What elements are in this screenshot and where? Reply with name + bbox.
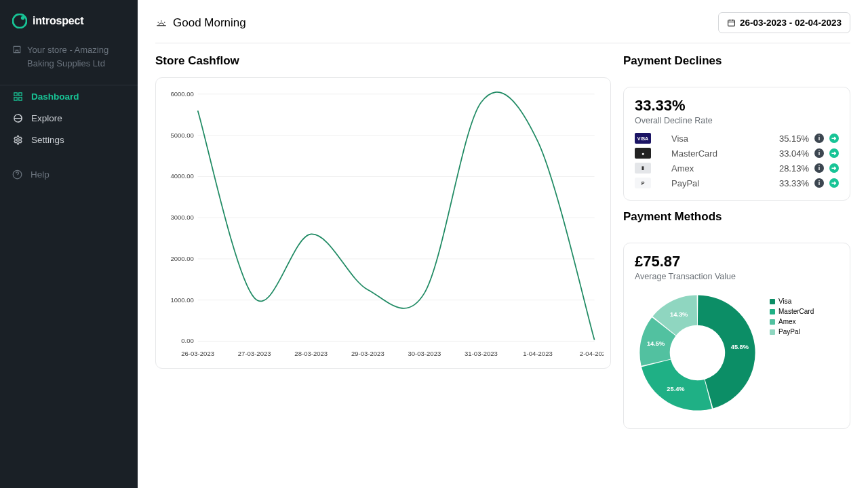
arrow-right-icon[interactable]: ➜ — [829, 163, 839, 173]
overall-decline-label: Overall Decline Rate — [635, 116, 839, 125]
settings-icon — [12, 134, 23, 145]
svg-text:2-04-2023: 2-04-2023 — [580, 350, 604, 357]
svg-text:5000.00: 5000.00 — [170, 131, 194, 138]
svg-text:27-03-2023: 27-03-2023 — [238, 350, 271, 357]
calendar-icon — [727, 18, 736, 27]
declines-title: Payment Declines — [623, 54, 850, 68]
store-name: Your store - Amazing Baking Supplies Ltd — [27, 43, 125, 70]
svg-text:28-03-2023: 28-03-2023 — [294, 350, 328, 357]
brand-name: introspect — [33, 15, 83, 27]
avg-value: £75.87 — [635, 253, 839, 270]
legend-label: MasterCard — [778, 308, 814, 315]
amex-card-icon: ▮ — [635, 163, 651, 174]
decline-row-amex: ▮Amex28.13%i➜ — [635, 161, 839, 176]
decline-row-visa: VISAVisa35.15%i➜ — [635, 131, 839, 146]
sunrise-icon — [155, 18, 167, 28]
svg-text:6000.00: 6000.00 — [170, 90, 194, 98]
greeting: Good Morning — [155, 16, 246, 30]
sidebar-item-settings[interactable]: Settings — [0, 129, 138, 150]
date-range-text: 26-03-2023 - 02-04-2023 — [740, 18, 842, 28]
sidebar-item-label: Dashboard — [31, 92, 79, 102]
decline-row-mastercard: ●MasterCard33.04%i➜ — [635, 146, 839, 161]
arrow-right-icon[interactable]: ➜ — [829, 178, 839, 188]
svg-text:30-03-2023: 30-03-2023 — [408, 350, 441, 357]
help-label: Help — [31, 169, 50, 180]
topbar: Good Morning 26-03-2023 - 02-04-2023 — [155, 12, 850, 43]
date-range-picker[interactable]: 26-03-2023 - 02-04-2023 — [718, 12, 850, 33]
cashflow-chart: 0.001000.002000.003000.004000.005000.006… — [155, 77, 611, 369]
decline-name: MasterCard — [671, 148, 771, 159]
decline-pct: 35.15% — [771, 134, 809, 144]
legend-label: Visa — [778, 298, 791, 305]
store-icon — [12, 45, 22, 54]
nav: DashboardExploreSettings — [0, 85, 138, 150]
decline-name: Amex — [671, 163, 771, 174]
decline-row-paypal: PPayPal33.33%i➜ — [635, 176, 839, 190]
svg-text:2000.00: 2000.00 — [170, 255, 194, 262]
svg-text:4000.00: 4000.00 — [170, 172, 194, 180]
sidebar: introspect Your store - Amazing Baking S… — [0, 0, 138, 488]
svg-text:1000.00: 1000.00 — [170, 296, 194, 303]
svg-point-1 — [21, 16, 25, 20]
legend-label: Amex — [778, 318, 796, 325]
legend-item-visa: Visa — [770, 298, 814, 305]
sidebar-item-explore[interactable]: Explore — [0, 107, 138, 129]
svg-text:25.4%: 25.4% — [667, 386, 684, 392]
decline-pct: 33.04% — [771, 148, 809, 159]
svg-text:31-03-2023: 31-03-2023 — [465, 350, 498, 357]
overall-decline-pct: 33.33% — [635, 97, 839, 115]
explore-icon — [12, 113, 23, 123]
svg-text:14.3%: 14.3% — [670, 311, 688, 318]
methods-title: Payment Methods — [623, 210, 850, 224]
paypal-card-icon: P — [635, 178, 651, 188]
decline-pct: 33.33% — [771, 178, 809, 188]
brand-logo-icon — [12, 14, 27, 28]
legend-swatch — [770, 319, 775, 325]
cashflow-title: Store Cashflow — [155, 54, 611, 68]
dashboard-icon — [12, 91, 23, 102]
svg-text:3000.00: 3000.00 — [170, 214, 194, 221]
svg-text:45.8%: 45.8% — [731, 344, 749, 350]
visa-card-icon: VISA — [635, 133, 651, 144]
svg-rect-5 — [18, 97, 21, 100]
decline-name: PayPal — [671, 178, 771, 188]
legend-item-paypal: PayPal — [770, 328, 814, 336]
svg-text:29-03-2023: 29-03-2023 — [351, 350, 384, 357]
decline-pct: 28.13% — [771, 163, 809, 174]
legend-item-amex: Amex — [770, 318, 814, 325]
svg-point-0 — [13, 14, 26, 28]
sidebar-item-label: Explore — [31, 113, 62, 123]
info-icon[interactable]: i — [814, 148, 824, 158]
info-icon[interactable]: i — [814, 163, 824, 173]
greeting-text: Good Morning — [173, 16, 246, 30]
methods-card: £75.87 Average Transaction Value 45.8%25… — [623, 243, 850, 429]
main: Good Morning 26-03-2023 - 02-04-2023 Sto… — [138, 0, 868, 488]
svg-rect-3 — [18, 92, 21, 95]
sidebar-item-dashboard[interactable]: Dashboard — [0, 85, 138, 107]
svg-point-7 — [16, 138, 19, 141]
donut-legend: VisaMasterCardAmexPayPal — [770, 287, 814, 419]
svg-text:0.00: 0.00 — [181, 337, 194, 344]
info-icon[interactable]: i — [814, 134, 824, 143]
legend-swatch — [770, 329, 775, 335]
mastercard-card-icon: ● — [635, 148, 651, 159]
svg-rect-9 — [728, 20, 735, 26]
avg-label: Average Transaction Value — [635, 272, 839, 281]
brand: introspect — [0, 0, 138, 42]
arrow-right-icon[interactable]: ➜ — [829, 148, 839, 158]
svg-text:14.5%: 14.5% — [647, 340, 665, 347]
legend-swatch — [770, 309, 775, 314]
legend-item-mastercard: MasterCard — [770, 308, 814, 315]
sidebar-item-label: Settings — [31, 135, 64, 145]
store-selector[interactable]: Your store - Amazing Baking Supplies Ltd — [0, 42, 138, 85]
svg-text:26-03-2023: 26-03-2023 — [181, 350, 214, 357]
arrow-right-icon[interactable]: ➜ — [829, 134, 839, 143]
svg-text:1-04-2023: 1-04-2023 — [523, 350, 552, 357]
svg-rect-2 — [14, 92, 16, 95]
decline-name: Visa — [671, 134, 771, 144]
svg-rect-4 — [14, 97, 16, 100]
info-icon[interactable]: i — [814, 178, 824, 188]
help-link[interactable]: Help — [0, 150, 138, 199]
legend-swatch — [770, 299, 775, 304]
legend-label: PayPal — [778, 328, 800, 336]
